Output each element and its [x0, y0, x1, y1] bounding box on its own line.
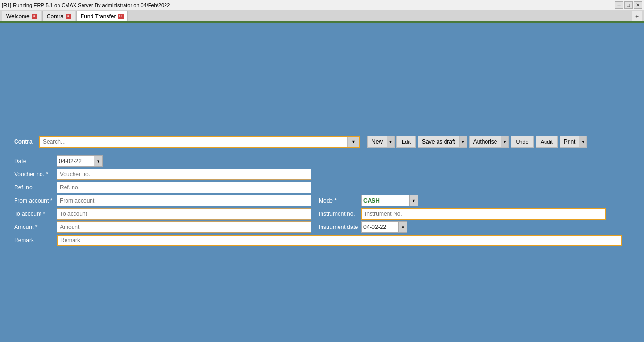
search-input[interactable]	[40, 138, 347, 146]
ref-no-input[interactable]	[57, 182, 311, 193]
tab-contra-close[interactable]: ✕	[66, 14, 71, 19]
from-account-row: From account * Mode * CASH BANK ▼	[14, 195, 630, 206]
tab-fund-transfer-close[interactable]: ✕	[118, 14, 124, 19]
from-account-input[interactable]	[57, 195, 311, 206]
add-tab-button[interactable]: +	[632, 11, 642, 21]
remark-input[interactable]	[57, 235, 622, 246]
instrument-date-arrow-icon: ▼	[401, 225, 405, 229]
instrument-no-input[interactable]	[361, 208, 606, 220]
amount-label: Amount *	[14, 224, 57, 230]
authorise-button[interactable]: Authorise ▼	[469, 136, 509, 148]
new-button[interactable]: New ▼	[367, 136, 395, 148]
new-arrow-icon: ▼	[389, 140, 393, 144]
close-button[interactable]: ✕	[634, 1, 642, 9]
new-button-label: New	[368, 138, 387, 145]
date-dropdown-button[interactable]: ▼	[94, 155, 103, 167]
amount-input[interactable]	[57, 221, 311, 233]
mode-field-group: Mode * CASH BANK ▼	[319, 195, 418, 206]
tab-fund-transfer[interactable]: Fund Transfer ✕	[76, 11, 128, 21]
window-controls: ─ □ ✕	[615, 1, 642, 9]
save-as-draft-button[interactable]: Save as draft ▼	[418, 136, 467, 148]
ref-no-label: Ref. no.	[14, 184, 57, 191]
date-arrow-icon: ▼	[97, 159, 100, 163]
undo-button[interactable]: Undo	[511, 136, 533, 148]
tab-contra[interactable]: Contra ✕	[42, 11, 75, 21]
date-row: Date 04-02-22 ▼	[14, 155, 630, 167]
instrument-date-dropdown-button[interactable]: ▼	[399, 221, 407, 233]
title-bar: [R1] Running ERP 5.1 on CMAX Server By a…	[0, 0, 644, 10]
authorise-arrow-icon: ▼	[503, 140, 507, 144]
ref-no-row: Ref. no.	[14, 182, 630, 193]
amount-row: Amount * Instrument date 04-02-22 ▼	[14, 221, 630, 233]
voucher-no-row: Voucher no. *	[14, 169, 630, 180]
date-input[interactable]: 04-02-22	[57, 155, 94, 167]
save-as-draft-label: Save as draft	[418, 138, 459, 145]
to-account-row: To account * Instrument no.	[14, 208, 630, 220]
dropdown-arrow-icon: ▼	[351, 139, 355, 144]
date-label: Date	[14, 158, 57, 164]
authorise-label: Authorise	[470, 138, 501, 145]
contra-bar: Contra ▼ New ▼ Edit Save as draft	[14, 136, 630, 148]
draft-arrow-icon: ▼	[461, 140, 465, 144]
search-wrapper: ▼	[39, 136, 360, 148]
mode-label: Mode *	[319, 197, 361, 204]
instrument-date-wrapper: 04-02-22 ▼	[361, 221, 407, 233]
tab-fund-transfer-label: Fund Transfer	[81, 13, 116, 20]
from-account-label: From account *	[14, 197, 57, 204]
edit-button[interactable]: Edit	[396, 136, 416, 148]
tab-contra-label: Contra	[47, 13, 64, 20]
authorise-arrow[interactable]: ▼	[501, 136, 508, 147]
save-draft-arrow[interactable]: ▼	[459, 136, 467, 147]
main-content: Contra ▼ New ▼ Edit Save as draft	[0, 23, 644, 342]
tab-welcome-close[interactable]: ✕	[32, 14, 37, 19]
instrument-date-group: Instrument date 04-02-22 ▼	[319, 221, 407, 233]
contra-label: Contra	[14, 138, 35, 145]
print-arrow-icon: ▼	[581, 140, 585, 144]
toolbar: New ▼ Edit Save as draft ▼ Authorise ▼	[367, 136, 587, 148]
minimize-button[interactable]: ─	[615, 1, 623, 9]
to-account-input[interactable]	[57, 208, 311, 220]
tab-bar: Welcome ✕ Contra ✕ Fund Transfer ✕ +	[0, 10, 644, 23]
print-label: Print	[560, 138, 579, 145]
voucher-no-input[interactable]	[57, 169, 311, 180]
date-field-wrapper: 04-02-22 ▼	[57, 155, 103, 167]
remark-row: Remark	[14, 235, 630, 246]
instrument-date-label: Instrument date	[319, 224, 361, 230]
tab-welcome-label: Welcome	[6, 13, 30, 20]
maximize-button[interactable]: □	[624, 1, 633, 9]
instrument-no-label: Instrument no.	[319, 211, 361, 217]
window-title: [R1] Running ERP 5.1 on CMAX Server By a…	[2, 2, 170, 8]
instrument-date-input[interactable]: 04-02-22	[361, 221, 399, 233]
print-arrow[interactable]: ▼	[579, 136, 586, 147]
print-button[interactable]: Print ▼	[560, 136, 587, 148]
search-dropdown-button[interactable]: ▼	[347, 137, 359, 147]
remark-label: Remark	[14, 237, 57, 244]
audit-button[interactable]: Audit	[536, 136, 558, 148]
instrument-no-group: Instrument no.	[319, 208, 606, 220]
form-section: Contra ▼ New ▼ Edit Save as draft	[14, 136, 630, 246]
to-account-label: To account *	[14, 211, 57, 217]
tab-welcome[interactable]: Welcome ✕	[2, 11, 41, 21]
voucher-no-label: Voucher no. *	[14, 171, 57, 178]
mode-select-wrapper: CASH BANK ▼	[361, 195, 418, 206]
new-button-arrow[interactable]: ▼	[387, 136, 394, 147]
mode-select[interactable]: CASH BANK	[361, 195, 418, 206]
